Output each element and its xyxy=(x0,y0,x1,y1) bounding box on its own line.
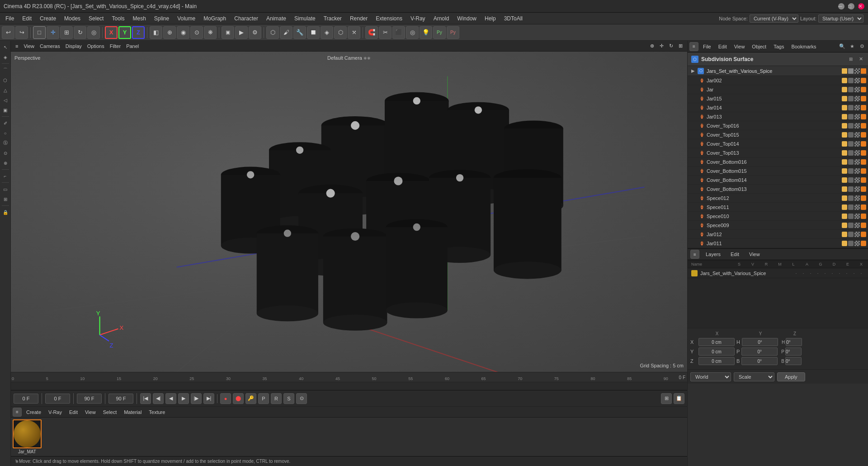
material-item[interactable]: Jar_MAT xyxy=(13,419,42,454)
rp-bookmarks-tab[interactable]: Bookmarks xyxy=(788,43,819,50)
mp-select-button[interactable]: Select xyxy=(100,409,120,416)
tree-item-jar014[interactable]: 🏺 Jar014 xyxy=(688,103,868,112)
menu-simulate[interactable]: Simulate xyxy=(291,14,319,23)
menu-modes[interactable]: Modes xyxy=(61,14,84,23)
left-icon-cube[interactable]: ▣ xyxy=(1,105,10,114)
sculpt-button[interactable]: 🔧 xyxy=(293,26,306,39)
tree-item-cover-bottom016[interactable]: 🏺 Cover_Bottom016 xyxy=(688,157,868,166)
paint-button[interactable]: 🖌 xyxy=(280,26,292,39)
tree-item-cover-top013[interactable]: 🏺 Cover_Top013 xyxy=(688,148,868,157)
pb-icon2[interactable]: 📋 xyxy=(674,393,684,404)
tree-item-spece010[interactable]: 🏺 Spece010 xyxy=(688,212,868,221)
light-button[interactable]: 💡 xyxy=(420,26,432,39)
viewport-nav3[interactable]: ↻ xyxy=(666,42,676,50)
mp-texture-button[interactable]: Texture xyxy=(146,409,168,416)
menu-mograph[interactable]: MoGraph xyxy=(200,14,230,23)
size-p-input[interactable] xyxy=(785,347,802,356)
left-icon-boolean[interactable]: △ xyxy=(1,86,10,95)
menu-create[interactable]: Create xyxy=(36,14,60,23)
pos-b-input[interactable] xyxy=(741,357,778,365)
layer-icon-l[interactable]: · xyxy=(822,270,828,276)
menu-vray[interactable]: V-Ray xyxy=(407,14,429,23)
param-keyframe-button[interactable]: ⊙ xyxy=(296,393,307,404)
goto-start-button[interactable]: |◀ xyxy=(140,393,151,404)
tree-item-cover-bottom014[interactable]: 🏺 Cover_Bottom014 xyxy=(688,176,868,185)
menu-arnold[interactable]: Arnold xyxy=(430,14,453,23)
world-select[interactable]: World xyxy=(690,372,731,381)
menu-3dtoall[interactable]: 3DToAll xyxy=(500,14,526,23)
sds-expand-icon[interactable]: ⊞ xyxy=(847,56,854,63)
size-b-input[interactable] xyxy=(785,357,802,365)
rp-edit-tab[interactable]: Edit xyxy=(716,43,730,50)
left-icon-spline[interactable]: ⌒ xyxy=(1,66,10,75)
select-rect-button[interactable]: □ xyxy=(33,26,46,39)
menu-volume[interactable]: Volume xyxy=(174,14,199,23)
tree-item-jar015[interactable]: 🏺 Jar015 xyxy=(688,94,868,103)
frame-end-input[interactable] xyxy=(77,394,102,404)
axis-x-button[interactable]: X xyxy=(105,26,118,39)
scale-button[interactable]: ⊞ xyxy=(60,26,73,39)
pos-y-input[interactable] xyxy=(698,347,735,356)
rp-view-tab[interactable]: View xyxy=(731,43,748,50)
minimize-button[interactable]: ─ xyxy=(838,3,844,10)
tree-item-spece009[interactable]: 🏺 Spece009 xyxy=(688,221,868,230)
menu-render[interactable]: Render xyxy=(346,14,371,23)
tree-item-cover-top014[interactable]: 🏺 Cover_Top014 xyxy=(688,139,868,148)
tree-item-jar002[interactable]: 🏺 Jar002 xyxy=(688,76,868,85)
size-h-input[interactable] xyxy=(786,338,802,346)
tool5-button[interactable]: ◎ xyxy=(87,26,100,39)
viewport-panel-menu[interactable]: Panel xyxy=(123,43,142,50)
menu-help[interactable]: Help xyxy=(481,14,500,23)
mp-vray-button[interactable]: V-Ray xyxy=(46,409,65,416)
python2-button[interactable]: Py xyxy=(447,26,459,39)
menu-tools[interactable]: Tools xyxy=(108,14,128,23)
morph-button[interactable]: ⬡ xyxy=(334,26,347,39)
keyframe-button[interactable]: 🔑 xyxy=(245,393,256,404)
left-icon-s2[interactable]: ⊙ xyxy=(1,148,10,157)
rp-settings-icon[interactable]: ⚙ xyxy=(858,43,866,51)
auto-key-button[interactable]: ⬤ xyxy=(233,393,244,404)
scene-root-item[interactable]: ▶ ⬡ Jars_Set_with_Various_Spice xyxy=(688,66,868,76)
maximize-button[interactable]: □ xyxy=(848,3,854,10)
timeline-ruler[interactable]: 0 5 10 15 20 25 30 35 40 45 50 55 60 65 xyxy=(11,372,687,382)
rotate-button[interactable]: ↻ xyxy=(74,26,86,39)
mp-create-button[interactable]: Create xyxy=(24,409,44,416)
scale-select[interactable]: Scale xyxy=(734,372,774,381)
layer-icon-x[interactable]: · xyxy=(858,270,864,276)
left-icon-pen[interactable]: ✐ xyxy=(1,119,10,128)
magnet-button[interactable]: 🧲 xyxy=(365,26,378,39)
rp-file-tab[interactable]: File xyxy=(700,43,714,50)
viewport-filter-menu[interactable]: Filter xyxy=(107,43,123,50)
viewport-menu-toggle[interactable]: ≡ xyxy=(13,43,21,50)
left-icon-measure[interactable]: ⌐ xyxy=(1,171,10,181)
mp-menu-toggle[interactable]: ≡ xyxy=(13,408,22,417)
viewport-options-menu[interactable]: Options xyxy=(85,43,107,50)
left-icon-s1[interactable]: Ⓢ xyxy=(1,138,10,147)
rp-object-tab[interactable]: Object xyxy=(749,43,769,50)
tree-item-cover-top016[interactable]: 🏺 Cover_Top016 xyxy=(688,121,868,130)
pos-p-input[interactable] xyxy=(741,347,778,356)
mp-material-button[interactable]: Material xyxy=(121,409,144,416)
prev-keyframe-button[interactable]: ◀| xyxy=(153,393,164,404)
menu-spline[interactable]: Spline xyxy=(151,14,173,23)
layer-icon-m[interactable]: · xyxy=(815,270,821,276)
pos-x-input[interactable] xyxy=(698,338,735,346)
layer-icon-a[interactable]: · xyxy=(829,270,835,276)
menu-edit[interactable]: Edit xyxy=(19,14,35,23)
layer-icon-v[interactable]: · xyxy=(800,270,807,276)
undo-button[interactable]: ↩ xyxy=(2,26,14,39)
left-icon-floor[interactable]: ▭ xyxy=(1,185,10,194)
pos-h-input[interactable] xyxy=(742,338,778,346)
next-keyframe-button[interactable]: |▶ xyxy=(191,393,202,404)
play-back-button[interactable]: ◀ xyxy=(165,393,176,404)
layers-menu-toggle[interactable]: ≡ xyxy=(690,250,699,259)
scale-keyframe-button[interactable]: S xyxy=(283,393,294,404)
tree-item-jar011[interactable]: 🏺 Jar011 xyxy=(688,239,868,248)
layout-select[interactable]: Startup (User) xyxy=(818,14,863,23)
tree-item-spece012[interactable]: 🏺 Spece012 xyxy=(688,194,868,203)
add-object-button[interactable]: ⊕ xyxy=(163,26,176,39)
fps-input[interactable] xyxy=(108,394,133,404)
tree-item-jar[interactable]: 🏺 Jar xyxy=(688,85,868,94)
tree-item-jar013[interactable]: 🏺 Jar013 xyxy=(688,112,868,121)
left-icon-s3[interactable]: ⊕ xyxy=(1,158,10,167)
